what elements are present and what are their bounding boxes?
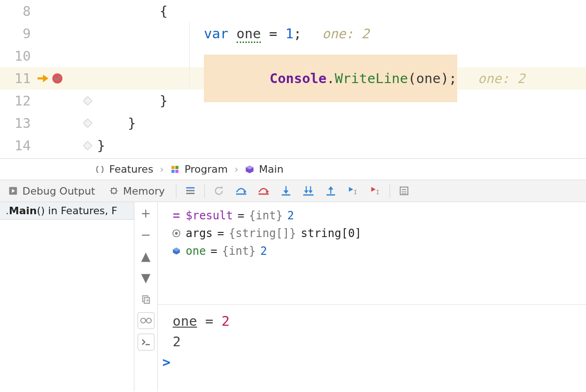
layout-icon [185, 185, 196, 196]
prompt-icon [141, 338, 151, 346]
fold-handle-icon[interactable] [83, 119, 92, 128]
variable-row[interactable]: $result = {int} 2 [172, 207, 582, 224]
console-mode-button[interactable] [138, 334, 154, 350]
svg-rect-17 [258, 194, 269, 195]
variable-name: one [186, 245, 206, 258]
code-line[interactable]: 14 } [0, 134, 586, 157]
view-mode-button[interactable] [138, 312, 154, 329]
copy-button[interactable]: + [138, 291, 154, 308]
line-number: 12 [0, 93, 36, 109]
svg-rect-28 [327, 194, 335, 196]
svg-point-40 [405, 193, 406, 194]
memory-chip-icon [109, 186, 119, 196]
glasses-icon [140, 317, 152, 324]
force-step-into-button[interactable] [301, 184, 315, 198]
variable-value: 2 [260, 245, 267, 258]
console-expr-rhs: 2 [222, 313, 230, 329]
code-line[interactable]: 13 } [0, 112, 586, 134]
svg-rect-10 [186, 187, 195, 189]
equals: = [217, 227, 224, 240]
svg-marker-29 [349, 187, 353, 192]
layout-button[interactable] [183, 184, 197, 198]
literal-number: 1 [286, 26, 293, 42]
class-name: Console [270, 70, 327, 86]
force-step-over-button[interactable] [257, 184, 271, 198]
stack-frame[interactable]: .Main() in Features, F [0, 202, 134, 220]
variable-name: args [186, 227, 213, 240]
svg-text:I: I [376, 189, 379, 196]
breadcrumb-label: Main [259, 163, 284, 175]
dot: . [327, 70, 335, 86]
svg-point-38 [402, 193, 403, 194]
svg-point-39 [404, 193, 405, 194]
restart-button[interactable] [212, 184, 226, 198]
line-number: 8 [0, 3, 36, 19]
svg-point-44 [140, 318, 145, 323]
breadcrumb-item-class[interactable]: Program [170, 163, 228, 175]
step-out-icon [326, 185, 336, 196]
code-editor[interactable]: 8 { 9 var one = 1 ; one: 2 10 11 [0, 0, 586, 159]
code-line[interactable]: 9 var one = 1 ; one: 2 [0, 22, 586, 45]
step-out-button[interactable] [324, 184, 338, 198]
svg-point-36 [404, 191, 405, 192]
remove-watch-button[interactable]: − [138, 226, 154, 243]
tab-debug-output[interactable]: Debug Output [3, 182, 104, 201]
variable-type: {int} [249, 209, 283, 222]
variable-value: string[0] [301, 227, 362, 240]
execution-pointer-icon [36, 72, 49, 85]
evaluate-expression-button[interactable] [397, 184, 411, 198]
svg-marker-27 [328, 186, 334, 189]
semicolon: ; [449, 70, 457, 86]
variable-type: {int} [222, 245, 256, 258]
breadcrumb-separator: › [160, 163, 164, 175]
operator-assign: = [261, 26, 285, 42]
force-run-to-cursor-button[interactable]: I [369, 184, 383, 198]
code-line-current[interactable]: 11 Console.WriteLine(one); one: 2 [0, 67, 586, 90]
line-number: 9 [0, 26, 36, 42]
breadcrumb-separator: › [234, 163, 238, 175]
console-result: 2 [173, 334, 582, 350]
equals: = [210, 245, 217, 258]
class-icon [170, 165, 180, 174]
triangle-up-icon: ▲ [141, 249, 151, 263]
console-expr-eq: = [197, 313, 221, 329]
inline-hint: one: 2 [478, 71, 525, 86]
svg-marker-19 [284, 190, 289, 194]
tab-label: Memory [123, 185, 165, 197]
variable-row[interactable]: args = {string[]} string[0] [172, 224, 582, 242]
move-down-button[interactable]: ▼ [138, 269, 154, 286]
svg-marker-22 [304, 190, 308, 193]
inline-hint: one: 2 [322, 26, 370, 42]
breadcrumb-item-namespace[interactable]: Features [95, 163, 153, 175]
svg-point-0 [52, 73, 63, 84]
tab-memory[interactable]: Memory [104, 182, 173, 201]
brace-open: { [160, 3, 167, 19]
svg-rect-1 [172, 166, 175, 169]
run-to-cursor-button[interactable]: I [346, 184, 360, 198]
fold-handle-icon[interactable] [83, 141, 92, 150]
play-output-icon [8, 186, 18, 196]
variable-row[interactable]: one = {int} 2 [172, 242, 582, 260]
step-over-button[interactable] [234, 184, 248, 198]
fold-handle-icon[interactable] [83, 96, 92, 105]
step-into-button[interactable] [279, 184, 293, 198]
move-up-button[interactable]: ▲ [138, 248, 154, 265]
paren-close: ) [440, 70, 448, 86]
force-step-into-icon [302, 185, 314, 196]
copy-icon: + [141, 294, 151, 304]
variable-type: {string[]} [229, 227, 296, 240]
line-number: 14 [0, 138, 36, 154]
new-watch-button[interactable]: + [138, 205, 154, 222]
code-line[interactable]: 8 { [0, 0, 586, 22]
breadcrumb-label: Features [109, 163, 153, 175]
svg-rect-20 [282, 194, 290, 196]
svg-point-35 [402, 191, 403, 192]
semicolon: ; [293, 26, 301, 42]
console-expr-lhs: one [173, 313, 197, 329]
breakpoint-icon[interactable] [51, 72, 63, 84]
step-over-icon [235, 186, 247, 196]
brace-close: } [128, 115, 136, 131]
debug-console[interactable]: one = 2 2 > [158, 305, 586, 391]
breadcrumb-item-method[interactable]: Main [245, 163, 284, 175]
local-variable-icon [172, 246, 181, 256]
